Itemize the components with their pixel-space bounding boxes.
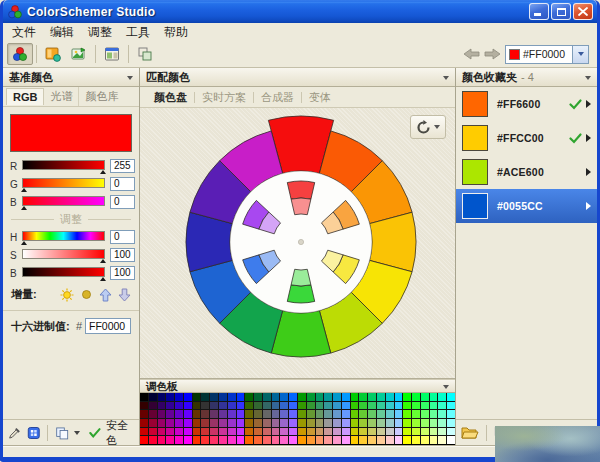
browser-tool-button[interactable] <box>99 43 125 65</box>
palette-cell[interactable] <box>280 428 288 436</box>
palette-cell[interactable] <box>184 436 192 444</box>
palette-cell[interactable] <box>280 410 288 418</box>
palette-cell[interactable] <box>421 402 429 410</box>
palette-cell[interactable] <box>158 436 166 444</box>
palette-cell[interactable] <box>342 419 350 427</box>
palette-cell[interactable] <box>324 436 332 444</box>
rgb-r-slider-track[interactable] <box>22 160 105 170</box>
palette-cell[interactable] <box>193 428 201 436</box>
palette-cell[interactable] <box>438 410 446 418</box>
palette-cell[interactable] <box>272 410 280 418</box>
palette-cell[interactable] <box>175 402 183 410</box>
inner-wedge-inner-0[interactable] <box>291 198 311 215</box>
palette-cell[interactable] <box>368 402 376 410</box>
palette-cell[interactable] <box>412 410 420 418</box>
palette-cell[interactable] <box>342 393 350 401</box>
slider-marker[interactable] <box>100 259 106 263</box>
palette-cell[interactable] <box>289 428 297 436</box>
palette-cell[interactable] <box>289 402 297 410</box>
palette-cell[interactable] <box>359 436 367 444</box>
palette-cell[interactable] <box>386 428 394 436</box>
palette-cell[interactable] <box>166 410 174 418</box>
base-color-header[interactable]: 基准颜色 <box>3 68 139 87</box>
palette-cell[interactable] <box>149 393 157 401</box>
palette-cell[interactable] <box>228 428 236 436</box>
hsb-s-value-input[interactable]: 100 <box>110 248 135 262</box>
palette-cell[interactable] <box>140 436 148 444</box>
color-wheel[interactable] <box>140 108 455 379</box>
palette-cell[interactable] <box>324 402 332 410</box>
palette-cell[interactable] <box>386 436 394 444</box>
palette-cell[interactable] <box>298 419 306 427</box>
palette-cell[interactable] <box>263 419 271 427</box>
palette-cell[interactable] <box>377 410 385 418</box>
rgb-g-slider-track[interactable] <box>22 178 105 188</box>
palette-cell[interactable] <box>395 428 403 436</box>
palette-cell[interactable] <box>254 419 262 427</box>
palette-cell[interactable] <box>395 393 403 401</box>
palette-cell[interactable] <box>228 419 236 427</box>
inner-wedge-outer-3[interactable] <box>287 285 314 303</box>
palette-cell[interactable] <box>166 393 174 401</box>
palette-cell[interactable] <box>316 402 324 410</box>
palette-cell[interactable] <box>368 410 376 418</box>
palette-cell[interactable] <box>166 436 174 444</box>
palette-cell[interactable] <box>447 402 455 410</box>
tab-spectrum[interactable]: 光谱 <box>44 87 79 106</box>
palette-cell[interactable] <box>447 436 455 444</box>
palette-cell[interactable] <box>149 419 157 427</box>
tab-color-wheel[interactable]: 颜色盘 <box>147 88 194 107</box>
palette-cell[interactable] <box>324 393 332 401</box>
palette-cell[interactable] <box>140 428 148 436</box>
palette-cell[interactable] <box>193 402 201 410</box>
menu-tools[interactable]: 工具 <box>119 23 157 42</box>
tab-live-scheme[interactable]: 实时方案 <box>195 88 253 107</box>
menu-file[interactable]: 文件 <box>5 23 43 42</box>
palette-cell[interactable] <box>245 419 253 427</box>
palette-cell[interactable] <box>158 419 166 427</box>
palette-cell[interactable] <box>254 436 262 444</box>
palette-cell[interactable] <box>289 393 297 401</box>
palette-cell[interactable] <box>272 393 280 401</box>
palette-cell[interactable] <box>412 436 420 444</box>
palette-cell[interactable] <box>395 410 403 418</box>
palette-cell[interactable] <box>351 436 359 444</box>
palette-cell[interactable] <box>333 410 341 418</box>
palette-cell[interactable] <box>254 402 262 410</box>
palette-cell[interactable] <box>228 393 236 401</box>
palette-cell[interactable] <box>447 428 455 436</box>
palette-cell[interactable] <box>298 436 306 444</box>
palette-cell[interactable] <box>342 410 350 418</box>
hsb-h-value-input[interactable]: 0 <box>110 230 135 244</box>
palette-cell[interactable] <box>219 393 227 401</box>
palette-cell[interactable] <box>140 419 148 427</box>
slider-marker[interactable] <box>100 170 106 174</box>
palette-cell[interactable] <box>359 393 367 401</box>
palette-cell[interactable] <box>140 393 148 401</box>
palette-cell[interactable] <box>438 419 446 427</box>
palette-cell[interactable] <box>359 410 367 418</box>
palette-cell[interactable] <box>342 428 350 436</box>
palette-cell[interactable] <box>359 419 367 427</box>
palette-cell[interactable] <box>359 428 367 436</box>
palette-cell[interactable] <box>166 402 174 410</box>
safe-color-label[interactable]: 安全色 <box>106 418 134 448</box>
palette-cell[interactable] <box>210 402 218 410</box>
palette-cell[interactable] <box>263 402 271 410</box>
palette-cell[interactable] <box>175 419 183 427</box>
palette-cell[interactable] <box>149 428 157 436</box>
scheme-compare-button[interactable] <box>132 43 158 65</box>
palette-cell[interactable] <box>184 402 192 410</box>
palette-cell[interactable] <box>351 419 359 427</box>
favorite-item-2[interactable]: #ACE600 <box>456 155 597 189</box>
palette-tool-button[interactable] <box>40 43 66 65</box>
palette-cell[interactable] <box>272 428 280 436</box>
maximize-button[interactable] <box>551 3 571 20</box>
inner-wedge-outer-0[interactable] <box>287 181 314 199</box>
palette-cell[interactable] <box>333 436 341 444</box>
palette-cell[interactable] <box>245 428 253 436</box>
hsb-b-slider-track[interactable] <box>22 267 105 277</box>
menu-adjust[interactable]: 调整 <box>81 23 119 42</box>
palette-cell[interactable] <box>201 436 209 444</box>
tab-variations[interactable]: 变体 <box>302 88 338 107</box>
